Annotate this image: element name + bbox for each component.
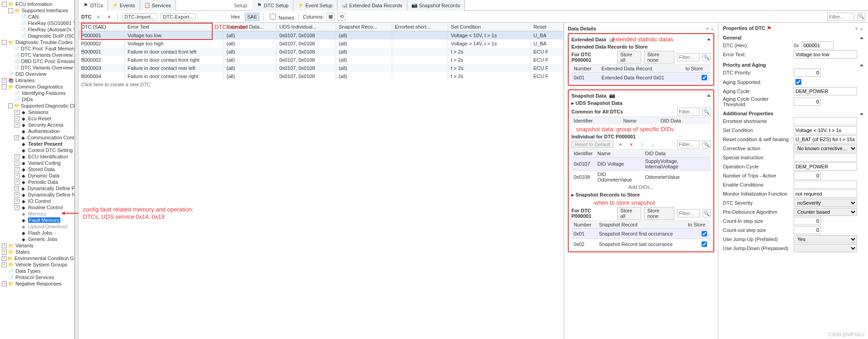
table-row[interactable]: P000001Voltage too low(all)0x0107, 0x010…: [78, 31, 564, 40]
tree-node[interactable]: 📄OBD DTC Pool: Emission-: [0, 58, 74, 64]
tab-dtc-setup[interactable]: ⚑DTC Setup: [252, 0, 293, 11]
tree-node[interactable]: +◆Routine Control: [0, 204, 74, 211]
tree-expander-icon[interactable]: [15, 34, 20, 39]
aging-thresh-input[interactable]: [794, 98, 821, 106]
tree-expander-icon[interactable]: -: [2, 84, 7, 89]
tree-expander-icon[interactable]: +: [2, 281, 7, 286]
prop-input[interactable]: [794, 172, 821, 180]
add-dids-link[interactable]: Add DIDs...: [571, 183, 711, 191]
grid-header[interactable]: Set Condition: [448, 23, 531, 31]
tree-expander-icon[interactable]: [15, 224, 20, 229]
tree-node[interactable]: 📄DTC Pool: Fault Memory (: [0, 45, 74, 52]
tree-node[interactable]: +📚Libraries: [0, 77, 74, 84]
tree-node[interactable]: +◆Variant Coding: [0, 160, 74, 166]
tree-expander-icon[interactable]: -: [8, 8, 13, 13]
tree-node[interactable]: -📁Diagnostic Trouble Codes: [0, 39, 74, 45]
search-icon[interactable]: 🔍: [702, 53, 711, 61]
tree-node[interactable]: ◆Generic Jobs: [0, 236, 74, 242]
dtc-import-button[interactable]: DTC-Import...: [122, 13, 158, 20]
search-icon[interactable]: 🔍: [702, 140, 711, 148]
tree-node[interactable]: +📁States: [0, 249, 74, 255]
aging-supported-checkbox[interactable]: [795, 79, 801, 85]
tree-node[interactable]: ◆Flash Jobs: [0, 230, 74, 236]
prop-input[interactable]: [794, 217, 821, 225]
tree-expander-icon[interactable]: [8, 91, 13, 96]
tree-expander-icon[interactable]: [8, 59, 13, 64]
prop-input[interactable]: [794, 117, 857, 125]
reset-to-default-button[interactable]: Reset to Default: [571, 141, 614, 148]
tree-expander-icon[interactable]: +: [15, 199, 20, 204]
collapse-icon[interactable]: [707, 94, 711, 97]
names-checkbox[interactable]: [270, 14, 276, 20]
tab-event-setup[interactable]: ⚡Event Setup: [293, 0, 337, 11]
tree-expander-icon[interactable]: [2, 72, 7, 77]
err-text-input[interactable]: [794, 50, 857, 59]
tree-node[interactable]: 📄DTC Variants Overview: E: [0, 64, 74, 71]
grid-header[interactable]: DTC (SAE): [78, 23, 125, 31]
columns-reset-button[interactable]: ⟲: [337, 13, 346, 21]
snap-common-filter[interactable]: [677, 108, 700, 116]
prop-input[interactable]: [794, 126, 857, 134]
collapse-icon[interactable]: « ⌄: [706, 25, 714, 31]
tree-expander-icon[interactable]: +: [15, 110, 20, 115]
split-handle[interactable]: [75, 0, 78, 339]
tree-expander-icon[interactable]: +: [15, 116, 20, 121]
tree-node[interactable]: ◆Tester Present: [0, 141, 74, 147]
columns-config-button[interactable]: ▦: [327, 13, 335, 21]
tree-expander-icon[interactable]: [15, 237, 20, 242]
new-row[interactable]: Click here to create a new DTC: [78, 80, 564, 88]
tree-node[interactable]: +◆Communication Contro: [0, 134, 74, 141]
prop-select[interactable]: [794, 244, 857, 252]
table-row[interactable]: B000003Failure in door contact rear left…: [78, 64, 564, 72]
tree-expander-icon[interactable]: [15, 15, 20, 20]
tree-node[interactable]: 📄Protocol Services: [0, 274, 74, 280]
prop-input[interactable]: [794, 162, 857, 171]
table-row[interactable]: 0x01Extended Data Record 0x01: [571, 73, 711, 83]
tree-expander-icon[interactable]: [8, 53, 13, 58]
prop-input[interactable]: [794, 153, 857, 162]
tree-expander-icon[interactable]: +: [15, 161, 20, 166]
tree-expander-icon[interactable]: +: [15, 123, 20, 128]
tree-node[interactable]: ◆Upload/Download: [0, 223, 74, 230]
tree-expander-icon[interactable]: +: [2, 243, 7, 248]
tree-node[interactable]: +◆Dynamic Data: [0, 172, 74, 179]
tree-node[interactable]: 📄DIDs: [0, 96, 74, 103]
tree-expander-icon[interactable]: -: [8, 103, 13, 108]
dtc-hex-input[interactable]: [802, 41, 834, 49]
tree-node[interactable]: +📁Negative Responses: [0, 280, 74, 287]
tree-node[interactable]: 📄FlexRay (Autosar2x T: [0, 26, 74, 33]
tree-node[interactable]: +◆Dynamically Define Pe: [0, 185, 74, 192]
tab-events[interactable]: ⚡Events: [108, 0, 140, 11]
add-dtc-button[interactable]: +: [94, 13, 102, 21]
dtc-export-button[interactable]: DTC-Export...: [160, 13, 196, 20]
tab-dtcs[interactable]: ⚑DTCs: [78, 0, 108, 11]
tab-services[interactable]: 📋Services: [140, 0, 176, 11]
sae-toggle[interactable]: SAE: [245, 13, 259, 21]
store-checkbox[interactable]: [702, 75, 707, 80]
move-down-icon[interactable]: ↓: [649, 140, 657, 148]
prop-select[interactable]: noSeverity: [794, 199, 857, 207]
aging-cycle-input[interactable]: [794, 87, 857, 95]
tree-expander-icon[interactable]: [15, 231, 20, 236]
collapse-icon[interactable]: [860, 113, 863, 115]
tree-expander-icon[interactable]: +: [15, 205, 20, 210]
tree-expander-icon[interactable]: [8, 46, 13, 51]
move-up-icon[interactable]: ↑: [638, 140, 646, 148]
tree-node[interactable]: 📄DTC Variants Overview: F: [0, 52, 74, 58]
ext-store-none-button[interactable]: Store none: [644, 51, 674, 64]
tree-expander-icon[interactable]: [15, 21, 20, 26]
tree-node[interactable]: ◆Control DTC Setting: [0, 147, 74, 153]
tree-expander-icon[interactable]: [8, 65, 13, 70]
tree-expander-icon[interactable]: +: [15, 192, 20, 197]
tree-expander-icon[interactable]: -: [2, 40, 7, 45]
table-row[interactable]: 0x01Snapshot Record first occurrance: [571, 229, 711, 239]
tree-node[interactable]: +◆Sessions: [0, 109, 74, 115]
grid-header[interactable]: Snapshot Reco...: [336, 23, 392, 31]
tree-expander-icon[interactable]: +: [15, 173, 20, 178]
search-icon[interactable]: 🔍: [702, 108, 711, 116]
store-checkbox[interactable]: [702, 231, 707, 236]
tree-expander-icon[interactable]: [15, 142, 20, 147]
table-row[interactable]: 0x0108DID OdometerValueOdometerValue: [571, 171, 711, 184]
rec-store-none-button[interactable]: Store none: [644, 207, 674, 220]
tree-node[interactable]: 📄Diagnostic DoIP (ISO: [0, 33, 74, 39]
